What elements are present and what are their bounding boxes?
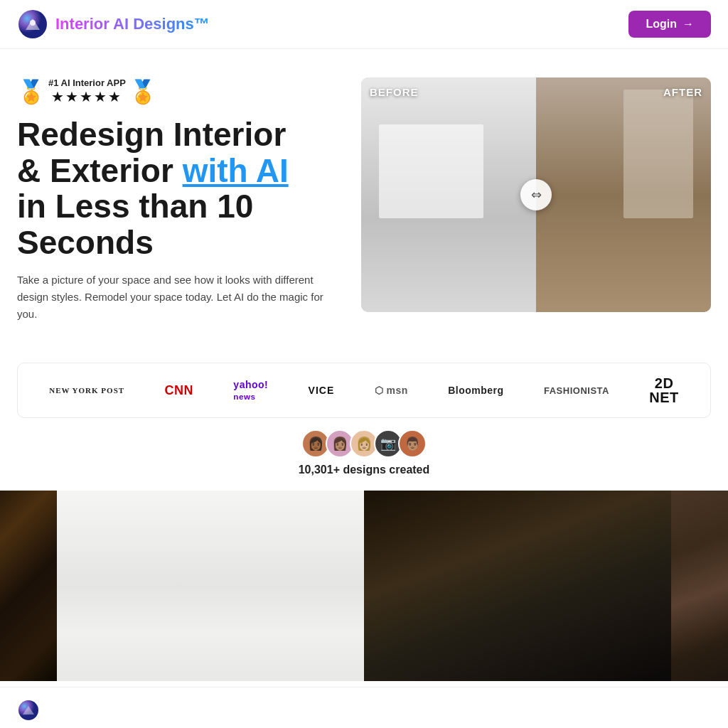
press-logo-cnn: CNN xyxy=(164,383,193,398)
hero-content: 🏅 #1 AI Interior APP ★★★★★ 🏅 Redesign In… xyxy=(17,77,344,337)
gallery-item-4 xyxy=(671,491,728,681)
after-label: AFTER xyxy=(663,86,702,98)
gallery-section xyxy=(0,491,728,681)
after-room-image xyxy=(536,77,711,312)
slider-divider-button[interactable]: ⇔ xyxy=(520,179,552,210)
logo-text: Interior AI Designs™ xyxy=(55,15,210,33)
press-logo-nyt: NEW YORK POST xyxy=(49,386,124,395)
bottom-bar xyxy=(0,687,728,728)
logo-area: Interior AI Designs™ xyxy=(17,9,210,40)
gallery-image-2 xyxy=(57,491,364,681)
heading-ai-highlight: with AI xyxy=(183,152,289,189)
gallery-item-2 xyxy=(57,491,364,681)
hero-heading: Redesign Interior & Exterior with AI in … xyxy=(17,117,344,260)
press-logo-yahoo: yahoo!news xyxy=(233,379,268,402)
gallery-item-1 xyxy=(0,491,57,681)
before-room-image xyxy=(361,77,536,312)
gallery-image-1 xyxy=(0,491,57,681)
slider-icon: ⇔ xyxy=(531,187,542,203)
press-logo-vice: VICE xyxy=(309,385,335,396)
avatar: 👨🏽 xyxy=(398,429,427,458)
login-label: Login xyxy=(646,18,677,31)
bottom-logo-icon xyxy=(17,699,40,722)
press-logo-bloomberg: Bloomberg xyxy=(448,385,503,396)
login-button[interactable]: Login → xyxy=(628,11,711,38)
before-after-widget: BEFORE AFTER ⇔ xyxy=(361,77,711,312)
award-badge: 🏅 #1 AI Interior APP ★★★★★ 🏅 xyxy=(17,77,344,105)
press-bar: NEW YORK POST CNN yahoo!news VICE ⬡ msn … xyxy=(17,363,711,418)
gallery-image-3 xyxy=(364,491,671,681)
gallery-item-3 xyxy=(364,491,671,681)
press-logo-fashionista: FASHIONISTA xyxy=(544,385,609,396)
before-panel: BEFORE xyxy=(361,77,536,312)
heading-line3: in Less than 10 xyxy=(17,188,253,225)
header: Interior AI Designs™ Login → xyxy=(0,0,728,49)
designs-count: 10,301+ designs created xyxy=(0,464,728,476)
laurel-left-icon: 🏅 xyxy=(17,78,46,105)
press-logo-zdnet: 2DNET xyxy=(649,376,679,405)
arrow-icon: → xyxy=(682,18,694,31)
gallery-image-4 xyxy=(671,491,728,681)
heading-line2-plain: & Exterior xyxy=(17,152,183,189)
award-center: #1 AI Interior APP ★★★★★ xyxy=(48,77,126,105)
svg-point-1 xyxy=(30,20,36,26)
award-title: #1 AI Interior APP xyxy=(48,77,126,88)
laurel-right-icon: 🏅 xyxy=(129,78,157,105)
logo-icon xyxy=(17,9,48,40)
avatar-group: 👩🏾 👩🏽 👩🏼 📷 👨🏽 xyxy=(0,429,728,458)
award-stars: ★★★★★ xyxy=(48,88,126,105)
before-label: BEFORE xyxy=(370,86,419,98)
heading-line1: Redesign Interior xyxy=(17,116,286,153)
hero-description: Take a picture of your space and see how… xyxy=(17,272,344,323)
heading-line4: Seconds xyxy=(17,224,154,261)
after-panel: AFTER xyxy=(536,77,711,312)
social-proof-section: 👩🏾 👩🏽 👩🏼 📷 👨🏽 10,301+ designs created xyxy=(0,429,728,476)
hero-section: 🏅 #1 AI Interior APP ★★★★★ 🏅 Redesign In… xyxy=(0,49,728,351)
press-logo-msn: ⬡ msn xyxy=(375,385,408,396)
